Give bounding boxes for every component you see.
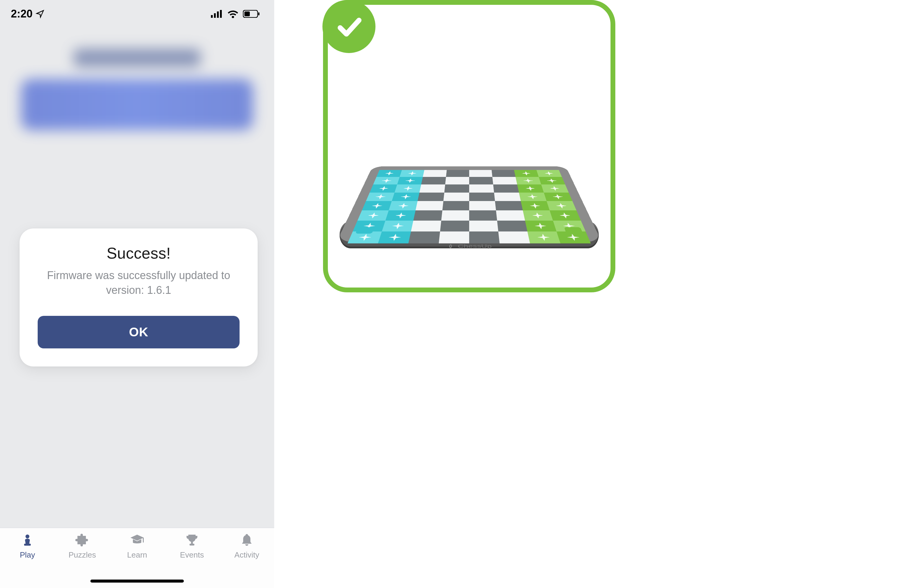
tab-events[interactable]: Events [164, 533, 220, 560]
tab-puzzles-label: Puzzles [68, 550, 96, 560]
board-success-card: ChessUp [323, 0, 615, 292]
dialog-title: Success! [107, 244, 171, 262]
tab-learn[interactable]: Learn [110, 533, 164, 560]
blurred-background [0, 28, 274, 185]
tab-puzzles[interactable]: Puzzles [55, 533, 110, 560]
status-time: 2:20 [11, 8, 33, 20]
svg-rect-0 [211, 15, 213, 18]
tab-bar: Play Puzzles Learn [0, 528, 274, 588]
battery-icon [243, 10, 260, 18]
svg-rect-10 [191, 541, 193, 544]
pawn-icon [20, 533, 35, 547]
success-dialog: Success! Firmware was successfully updat… [20, 228, 258, 367]
checkmark-badge [322, 0, 375, 53]
phone-screen: 2:20 [0, 0, 274, 588]
svg-rect-1 [214, 13, 216, 18]
tab-play-label: Play [20, 550, 35, 560]
tab-activity-label: Activity [234, 550, 259, 560]
chessboard-illustration: ChessUp [344, 128, 594, 248]
status-bar: 2:20 [0, 0, 274, 28]
tab-activity[interactable]: Activity [220, 533, 274, 560]
graduation-cap-icon [130, 533, 144, 547]
svg-rect-3 [220, 10, 222, 18]
svg-rect-2 [217, 11, 219, 18]
bell-icon [240, 533, 254, 547]
cellular-signal-icon [211, 10, 223, 18]
tab-learn-label: Learn [127, 550, 147, 560]
tab-play[interactable]: Play [0, 533, 55, 560]
dialog-message: Firmware was successfully updated to ver… [47, 268, 230, 298]
trophy-icon [185, 533, 199, 547]
location-icon [36, 9, 44, 18]
home-indicator[interactable] [90, 580, 184, 583]
svg-rect-8 [24, 544, 31, 545]
svg-rect-9 [143, 537, 144, 542]
wifi-icon [227, 9, 239, 18]
puzzle-icon [75, 533, 90, 547]
svg-rect-11 [190, 544, 194, 545]
ok-button[interactable]: OK [38, 316, 240, 348]
svg-rect-6 [244, 11, 250, 16]
board-brand-label: ChessUp [458, 243, 492, 249]
svg-rect-5 [258, 13, 259, 15]
tab-events-label: Events [180, 550, 204, 560]
svg-point-7 [25, 535, 30, 539]
